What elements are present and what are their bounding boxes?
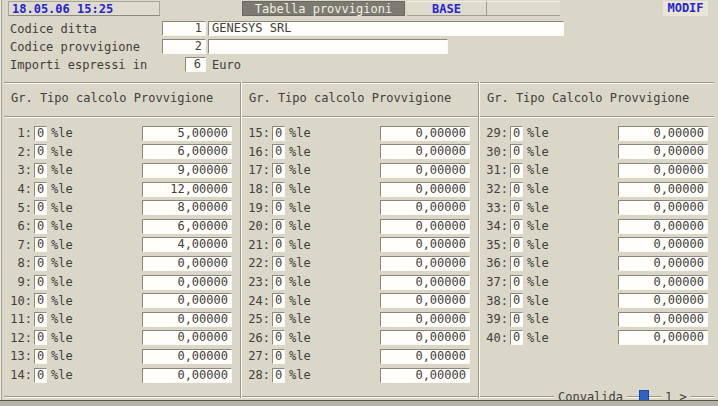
tipo-calcolo-field[interactable]: 0 <box>272 219 285 234</box>
provvigione-field[interactable]: 4,00000 <box>142 237 232 252</box>
provvigione-field[interactable]: 0,00000 <box>142 312 232 327</box>
tipo-calcolo-field[interactable]: 0 <box>34 163 47 178</box>
tipo-calcolo-field[interactable]: 0 <box>510 330 523 345</box>
percent-unit-label: %le <box>289 201 311 215</box>
tipo-calcolo-field[interactable]: 0 <box>34 293 47 308</box>
provvigione-field[interactable]: 12,00000 <box>142 182 232 197</box>
tipo-calcolo-field[interactable]: 0 <box>34 330 47 345</box>
provvigione-field[interactable]: 0,00000 <box>618 330 708 345</box>
row-number: 5: <box>4 201 32 215</box>
table-row: 40:0%le0,00000 <box>480 329 716 348</box>
tipo-calcolo-field[interactable]: 0 <box>272 126 285 141</box>
provvigione-field[interactable]: 0,00000 <box>380 349 470 364</box>
codice-ditta-code-field[interactable]: 1 <box>162 21 206 36</box>
tipo-calcolo-field[interactable]: 0 <box>510 275 523 290</box>
tipo-calcolo-field[interactable]: 0 <box>34 256 47 271</box>
tipo-calcolo-field[interactable]: 0 <box>510 163 523 178</box>
tipo-calcolo-field[interactable]: 0 <box>34 219 47 234</box>
provvigione-field[interactable]: 0,00000 <box>380 163 470 178</box>
percent-unit-label: %le <box>51 219 73 233</box>
tipo-calcolo-field[interactable]: 0 <box>272 182 285 197</box>
commission-column-2: Gr. Tipo calcolo Provvigione 15:0%le0,00… <box>242 84 478 396</box>
provvigione-field[interactable]: 6,00000 <box>142 144 232 159</box>
tipo-calcolo-field[interactable]: 0 <box>510 200 523 215</box>
tipo-calcolo-field[interactable]: 0 <box>34 200 47 215</box>
provvigione-field[interactable]: 0,00000 <box>142 293 232 308</box>
provvigione-field[interactable]: 0,00000 <box>618 144 708 159</box>
provvigione-field[interactable]: 0,00000 <box>618 126 708 141</box>
tipo-calcolo-field[interactable]: 0 <box>272 349 285 364</box>
tipo-calcolo-field[interactable]: 0 <box>510 256 523 271</box>
tipo-calcolo-field[interactable]: 0 <box>510 293 523 308</box>
percent-unit-label: %le <box>289 182 311 196</box>
tab-base[interactable]: BASE <box>407 1 487 16</box>
codice-ditta-name-field[interactable]: GENESYS SRL <box>208 21 564 36</box>
tipo-calcolo-field[interactable]: 0 <box>34 368 47 383</box>
table-row: 2:0%le6,00000 <box>4 143 240 162</box>
provvigione-field[interactable]: 0,00000 <box>380 312 470 327</box>
tipo-calcolo-field[interactable]: 0 <box>510 312 523 327</box>
row-number: 19: <box>242 201 270 215</box>
codice-provvigione-code-field[interactable]: 2 <box>162 39 206 54</box>
provvigione-field[interactable]: 0,00000 <box>618 256 708 271</box>
provvigione-field[interactable]: 0,00000 <box>380 330 470 345</box>
provvigione-field[interactable]: 0,00000 <box>618 275 708 290</box>
codice-provvigione-name-field[interactable] <box>208 39 448 54</box>
provvigione-field[interactable]: 0,00000 <box>618 200 708 215</box>
provvigione-field[interactable]: 5,00000 <box>142 126 232 141</box>
tipo-calcolo-field[interactable]: 0 <box>34 182 47 197</box>
tipo-calcolo-field[interactable]: 0 <box>272 144 285 159</box>
tipo-calcolo-field[interactable]: 0 <box>510 144 523 159</box>
tipo-calcolo-field[interactable]: 0 <box>510 219 523 234</box>
provvigione-field[interactable]: 0,00000 <box>380 368 470 383</box>
row-number: 37: <box>480 275 508 289</box>
tipo-calcolo-field[interactable]: 0 <box>272 312 285 327</box>
tipo-calcolo-field[interactable]: 0 <box>272 368 285 383</box>
provvigione-field[interactable]: 0,00000 <box>142 256 232 271</box>
provvigione-field[interactable]: 0,00000 <box>380 293 470 308</box>
percent-unit-label: %le <box>51 201 73 215</box>
tipo-calcolo-field[interactable]: 0 <box>34 312 47 327</box>
provvigione-field[interactable]: 0,00000 <box>618 293 708 308</box>
provvigione-field[interactable]: 0,00000 <box>142 275 232 290</box>
provvigione-field[interactable]: 0,00000 <box>380 126 470 141</box>
provvigione-field[interactable]: 0,00000 <box>142 349 232 364</box>
tipo-calcolo-field[interactable]: 0 <box>34 126 47 141</box>
provvigione-field[interactable]: 0,00000 <box>618 182 708 197</box>
tipo-calcolo-field[interactable]: 0 <box>510 237 523 252</box>
provvigione-field[interactable]: 0,00000 <box>380 182 470 197</box>
provvigione-field[interactable]: 6,00000 <box>142 219 232 234</box>
provvigione-field[interactable]: 0,00000 <box>380 144 470 159</box>
provvigione-field[interactable]: 0,00000 <box>618 237 708 252</box>
tipo-calcolo-field[interactable]: 0 <box>34 144 47 159</box>
codice-provvigione-label: Codice provvigione <box>10 40 140 54</box>
provvigione-field[interactable]: 0,00000 <box>618 219 708 234</box>
importi-code-field[interactable]: 6 <box>185 57 206 72</box>
tipo-calcolo-field[interactable]: 0 <box>34 237 47 252</box>
provvigione-field[interactable]: 0,00000 <box>380 200 470 215</box>
provvigione-field[interactable]: 0,00000 <box>142 330 232 345</box>
tipo-calcolo-field[interactable]: 0 <box>272 237 285 252</box>
provvigione-field[interactable]: 8,00000 <box>142 200 232 215</box>
row-number: 34: <box>480 219 508 233</box>
provvigione-field[interactable]: 0,00000 <box>618 163 708 178</box>
tipo-calcolo-field[interactable]: 0 <box>272 200 285 215</box>
column-rows: 15:0%le0,0000016:0%le0,0000017:0%le0,000… <box>242 124 478 384</box>
tipo-calcolo-field[interactable]: 0 <box>510 126 523 141</box>
tipo-calcolo-field[interactable]: 0 <box>34 275 47 290</box>
provvigione-field[interactable]: 0,00000 <box>380 237 470 252</box>
tipo-calcolo-field[interactable]: 0 <box>510 182 523 197</box>
tipo-calcolo-field[interactable]: 0 <box>272 330 285 345</box>
tipo-calcolo-field[interactable]: 0 <box>272 163 285 178</box>
provvigione-field[interactable]: 0,00000 <box>380 219 470 234</box>
tipo-calcolo-field[interactable]: 0 <box>272 293 285 308</box>
table-row: 22:0%le0,00000 <box>242 254 478 273</box>
provvigione-field[interactable]: 0,00000 <box>618 312 708 327</box>
tipo-calcolo-field[interactable]: 0 <box>34 349 47 364</box>
provvigione-field[interactable]: 0,00000 <box>380 275 470 290</box>
tipo-calcolo-field[interactable]: 0 <box>272 256 285 271</box>
tipo-calcolo-field[interactable]: 0 <box>272 275 285 290</box>
provvigione-field[interactable]: 0,00000 <box>380 256 470 271</box>
provvigione-field[interactable]: 0,00000 <box>142 368 232 383</box>
provvigione-field[interactable]: 9,00000 <box>142 163 232 178</box>
